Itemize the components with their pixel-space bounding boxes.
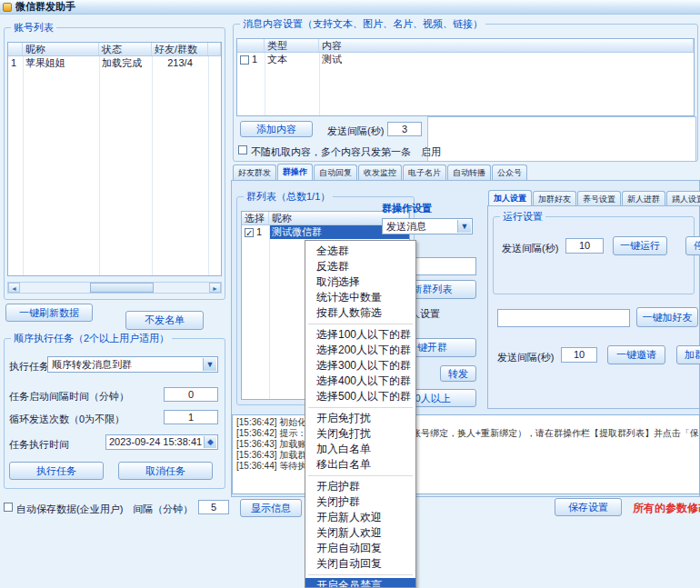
main-tab-bar: 好友群发群操作自动回复收发监控电子名片自动转播公众号 [233, 164, 528, 181]
friend-id-input[interactable] [497, 309, 630, 327]
account-row[interactable]: 1 苹果姐姐 加载完成 213/4 [8, 56, 221, 70]
run-button[interactable]: 一键运行 [613, 236, 667, 255]
main-tab[interactable]: 公众号 [492, 164, 527, 181]
window-title: 微信群发助手 [15, 0, 75, 14]
task-interval-label: 任务启动间隔时间（分钟） [9, 390, 129, 404]
nosend-list-button[interactable]: 不发名单 [125, 311, 204, 330]
no-random-checkbox[interactable] [238, 145, 247, 154]
message-table-header: 类型 内容 [237, 39, 694, 53]
col-content: 内容 [319, 39, 694, 52]
menu-group-protect: 开启护群关闭护群开启新人欢迎关闭新人欢迎开启自动回复关闭自动回复 [305, 479, 415, 572]
add-friend-button[interactable]: 一键加好友 [636, 307, 698, 327]
main-tab[interactable]: 好友群发 [233, 164, 276, 181]
add-content-button[interactable]: 添加内容 [240, 121, 313, 137]
cancel-task-button[interactable]: 取消任务 [118, 462, 213, 480]
invite-interval-label: 发送间隔(秒) [497, 351, 554, 364]
menu-separator [308, 475, 413, 476]
log-listbox[interactable]: [15:36:42] 初始化完成[15:36:42] 提示：本软件与设备绑定（硬… [232, 414, 700, 494]
main-tab[interactable]: 群操作 [277, 164, 313, 181]
menu-group-mute: 开启免打扰关闭免打扰加入白名单移出白名单 [305, 411, 415, 473]
message-type: 文本 [265, 53, 319, 66]
group-op-dropdown[interactable]: 发送消息 ▼ [382, 218, 473, 234]
run-interval-label: 发送间隔(秒) [502, 242, 558, 255]
task-interval-input[interactable]: 0 [164, 387, 218, 402]
menu-item[interactable]: 开启护群 [305, 479, 415, 494]
main-tab[interactable]: 自动回复 [314, 164, 357, 181]
grid-line [265, 53, 265, 115]
autosave-checkbox[interactable] [4, 503, 13, 512]
forward-button[interactable]: 转发 [440, 365, 476, 382]
menu-item[interactable]: 开启免打扰 [305, 411, 415, 426]
message-groupbox-title: 消息内容设置（支持文本、图片、名片、视频、链接） [240, 18, 485, 30]
message-rownum: 1 [252, 54, 257, 65]
menu-item[interactable]: 开启自动回复 [305, 541, 415, 556]
menu-item[interactable]: 关闭自动回复 [305, 556, 415, 572]
menu-item[interactable]: 关闭免打扰 [305, 426, 415, 442]
loop-count-label: 循环发送次数（0为不限） [9, 413, 125, 426]
main-tab[interactable]: 自动转播 [447, 164, 491, 181]
menu-item[interactable]: 选择400人以下的群 [305, 374, 415, 389]
loop-count-input[interactable]: 1 [164, 410, 218, 424]
menu-item[interactable]: 选择200人以下的群 [305, 343, 415, 358]
col-rownum [8, 43, 23, 55]
menu-item[interactable]: 关闭新人欢迎 [305, 525, 415, 541]
task-dropdown-value: 顺序转发消息到群 [52, 359, 132, 370]
stop-button[interactable]: 停止 [685, 236, 700, 255]
menu-item[interactable]: 移出白名单 [305, 457, 415, 473]
account-rownum: 1 [8, 56, 23, 70]
group-row-checkbox[interactable] [245, 228, 254, 237]
menu-item[interactable]: 取消选择 [305, 274, 415, 290]
show-log-button[interactable]: 显示信息 [240, 499, 302, 517]
save-warning-text: 所有的参数修改需要保存设置 [633, 501, 700, 516]
menu-group-size-filter: 选择100人以下的群选择200人以下的群选择300人以下的群选择400人以下的群… [305, 327, 415, 404]
menu-item[interactable]: 反选群 [305, 259, 415, 274]
scroll-right-icon[interactable]: ► [209, 283, 221, 293]
run-task-button[interactable]: 执行任务 [9, 462, 104, 480]
content-preview-box[interactable] [427, 116, 696, 162]
runset-groupbox-title: 运行设置 [500, 211, 545, 223]
menu-item[interactable]: 按群人数筛选 [305, 305, 415, 321]
run-interval-input[interactable]: 10 [565, 238, 604, 254]
col-spacer [208, 43, 221, 55]
grid-line [23, 56, 24, 275]
main-tab[interactable]: 收发监控 [358, 164, 402, 181]
invite-button[interactable]: 一键邀请 [607, 345, 665, 364]
chevron-down-icon[interactable]: ▼ [203, 358, 216, 371]
refresh-accounts-button[interactable]: 一键刷新数据 [5, 304, 93, 322]
save-settings-button[interactable]: 保存设置 [555, 498, 622, 516]
message-row-checkbox[interactable] [240, 55, 249, 65]
invite-interval-input[interactable]: 10 [561, 347, 597, 363]
accounts-groupbox-title: 账号列表 [11, 22, 56, 34]
send-interval-input[interactable]: 3 [387, 122, 422, 136]
menu-group-select: 全选群反选群取消选择统计选中数量按群人数筛选 [305, 244, 415, 321]
no-random-label: 不随机取内容，多个内容只发第一条 启用 [251, 145, 441, 159]
runset-groupbox: 运行设置 [493, 216, 695, 294]
menu-item[interactable]: 选择500人以下的群 [305, 389, 415, 404]
grid-line [152, 56, 153, 275]
menu-item[interactable]: 加入白名单 [305, 442, 415, 457]
menu-item[interactable]: 开启全员禁言 [305, 578, 415, 588]
accounts-hscrollbar[interactable]: ◄ ► [7, 282, 222, 294]
message-table[interactable]: 类型 内容 1 文本 测试 [236, 38, 695, 116]
join-group-button[interactable]: 加群 [676, 345, 700, 364]
datetime-spinner-icon[interactable]: ◆ [204, 436, 216, 448]
message-row[interactable]: 1 文本 测试 [237, 53, 694, 66]
menu-item[interactable]: 开启新人欢迎 [305, 510, 415, 525]
menu-item[interactable]: 选择300人以下的群 [305, 358, 415, 374]
accounts-table[interactable]: 昵称 状态 好友/群数 1 苹果姐姐 加载完成 213/4 [7, 42, 222, 276]
scroll-thumb[interactable] [90, 283, 154, 293]
col-group-select: 选择 [242, 212, 269, 224]
menu-item[interactable]: 关闭护群 [305, 494, 415, 510]
grid-line [99, 56, 100, 275]
menu-item[interactable]: 全选群 [305, 244, 415, 259]
scroll-left-icon[interactable]: ◄ [8, 283, 20, 293]
menu-item[interactable]: 统计选中数量 [305, 290, 415, 305]
send-interval-label: 发送间隔(秒) [327, 125, 384, 138]
col-count: 好友/群数 [152, 43, 208, 55]
task-dropdown[interactable]: 顺序转发消息到群 ▼ [47, 356, 218, 373]
main-tab[interactable]: 电子名片 [403, 164, 446, 181]
menu-item[interactable]: 选择100人以下的群 [305, 327, 415, 343]
autosave-interval-input[interactable]: 5 [198, 500, 229, 514]
chevron-down-icon[interactable]: ▼ [457, 220, 471, 233]
task-time-input[interactable]: 2023-09-24 15:38:41 ◆ [105, 434, 218, 450]
